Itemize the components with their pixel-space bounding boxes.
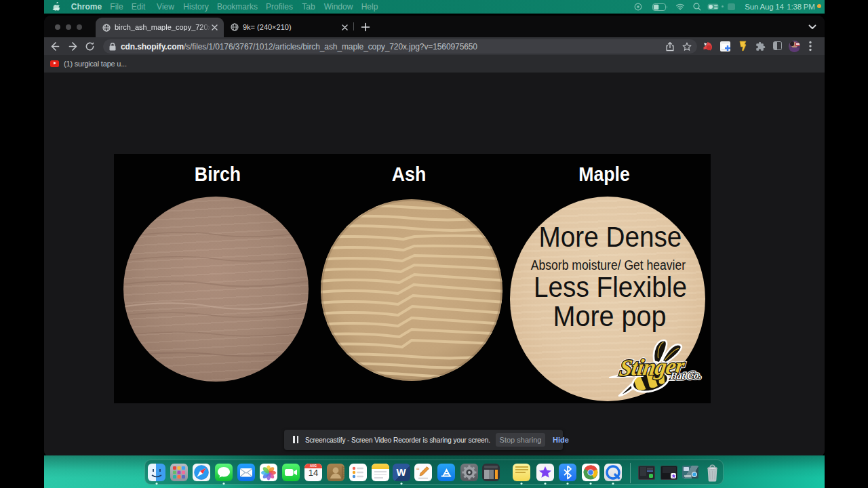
svg-text:“: “ xyxy=(416,466,420,474)
svg-text:Bat Co.: Bat Co. xyxy=(669,369,702,382)
